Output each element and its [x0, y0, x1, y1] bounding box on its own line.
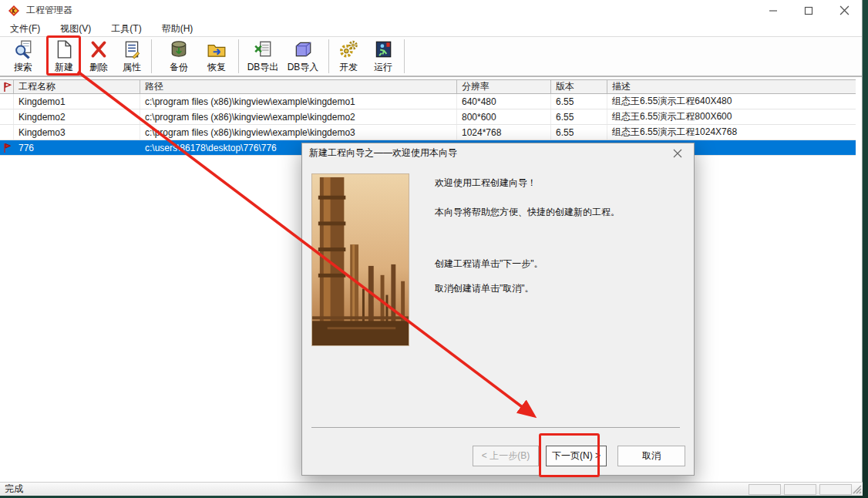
db-export-icon: [253, 39, 273, 59]
menu-help[interactable]: 帮助(H): [152, 21, 204, 37]
flag-cell: [0, 125, 14, 140]
minimize-button[interactable]: [755, 0, 791, 21]
delete-button[interactable]: 删除: [82, 39, 116, 75]
cancel-button[interactable]: 取消: [617, 446, 685, 466]
run-icon: [373, 39, 393, 59]
cell-version: 6.55: [551, 94, 607, 109]
column-header-description[interactable]: 描述: [607, 80, 856, 93]
menu-file[interactable]: 文件(F): [0, 21, 50, 37]
cell-description: 组态王6.55演示工程640X480: [607, 94, 856, 109]
wizard-next-hint-text: 创建工程请单击"下一步"。: [435, 257, 543, 271]
toolbar-label: DB导入: [288, 61, 319, 74]
cell-project-path: c:\program files (x86)\kingview\example\…: [140, 125, 457, 140]
new-document-icon: [54, 39, 74, 59]
dialog-title-bar: 新建工程向导之——欢迎使用本向导: [302, 143, 694, 163]
cell-project-name: Kingdemo2: [14, 109, 140, 124]
menu-view[interactable]: 视图(V): [50, 21, 101, 37]
delete-icon: [89, 39, 109, 59]
maximize-button[interactable]: [791, 0, 826, 21]
db-import-button[interactable]: DB导入: [284, 39, 322, 75]
develop-button[interactable]: 开发: [331, 39, 365, 75]
toolbar-label: 新建: [55, 61, 73, 74]
toolbar-label: 恢复: [207, 61, 226, 74]
window-controls: [755, 0, 862, 21]
status-text: 完成: [5, 483, 23, 496]
table-row-kingdemo1[interactable]: Kingdemo1 c:\program files (x86)\kingvie…: [0, 94, 856, 109]
flag-icon: [2, 82, 12, 93]
back-button: < 上一步(B): [473, 446, 539, 466]
cell-version: 6.55: [551, 109, 607, 124]
flag-column-header[interactable]: [0, 80, 14, 93]
search-button[interactable]: 搜索: [6, 39, 40, 75]
toolbar: 搜索 新建 删除: [0, 37, 862, 77]
kingview-app-icon: [8, 5, 20, 17]
properties-icon: [122, 39, 142, 59]
refinery-photo: [311, 173, 409, 346]
toolbar-label: 属性: [123, 61, 141, 74]
table-row-kingdemo2[interactable]: Kingdemo2 c:\program files (x86)\kingvie…: [0, 109, 856, 125]
window-title: 工程管理器: [26, 4, 72, 17]
restore-icon: [207, 39, 227, 59]
status-panel: [749, 484, 781, 495]
cell-resolution: 800*600: [457, 109, 551, 124]
flag-icon: [2, 143, 12, 153]
cell-version: 6.55: [551, 125, 607, 140]
run-button[interactable]: 运行: [366, 39, 400, 75]
close-button[interactable]: [826, 0, 862, 21]
next-button[interactable]: 下一页(N) >: [546, 446, 607, 466]
title-bar: 工程管理器: [0, 0, 862, 21]
menu-bar: 文件(F) 视图(V) 工具(T) 帮助(H): [0, 21, 862, 37]
cell-description: 组态王6.55演示工程800X600: [607, 109, 856, 124]
db-import-icon: [293, 39, 313, 59]
column-header-version[interactable]: 版本: [551, 80, 607, 93]
column-header-name[interactable]: 工程名称: [14, 80, 140, 93]
cell-project-path: c:\program files (x86)\kingview\example\…: [140, 109, 457, 124]
column-header-resolution[interactable]: 分辨率: [457, 80, 551, 93]
restore-button[interactable]: 恢复: [200, 39, 234, 75]
toolbar-label: 备份: [170, 61, 188, 74]
cell-resolution: 640*480: [457, 94, 551, 109]
toolbar-separator: [238, 39, 239, 73]
table-row-kingdemo3[interactable]: Kingdemo3 c:\program files (x86)\kingvie…: [0, 125, 856, 140]
backup-button[interactable]: 备份: [162, 39, 196, 75]
toolbar-label: 运行: [374, 61, 392, 74]
backup-icon: [169, 39, 189, 59]
toolbar-label: 开发: [339, 61, 358, 74]
status-panel: [784, 484, 816, 495]
db-export-button[interactable]: DB导出: [244, 39, 282, 75]
toolbar-separator: [404, 39, 405, 73]
wizard-welcome-text: 欢迎使用工程创建向导！: [435, 177, 537, 190]
dialog-close-button[interactable]: [666, 145, 689, 161]
search-icon: [13, 39, 33, 59]
cell-project-name: Kingdemo1: [14, 94, 140, 109]
flag-cell: [0, 140, 14, 155]
cell-description: 组态王6.55演示工程1024X768: [607, 125, 856, 140]
develop-icon: [338, 39, 358, 59]
status-panels: [749, 484, 852, 495]
table-header-row: 工程名称 路径 分辨率 版本 描述: [0, 79, 856, 94]
toolbar-label: 删除: [89, 61, 108, 74]
cell-project-name: 776: [14, 140, 140, 155]
new-project-wizard-dialog: 新建工程向导之——欢迎使用本向导: [301, 143, 695, 476]
toolbar-label: 搜索: [14, 61, 32, 74]
properties-button[interactable]: 属性: [116, 39, 148, 75]
column-header-path[interactable]: 路径: [140, 80, 457, 93]
new-project-button[interactable]: 新建: [49, 39, 79, 75]
wizard-cancel-hint-text: 取消创建请单击"取消"。: [435, 282, 534, 295]
cell-project-path: c:\program files (x86)\kingview\example\…: [140, 94, 457, 109]
menu-tools[interactable]: 工具(T): [101, 21, 151, 37]
resize-grip-icon[interactable]: [853, 485, 862, 494]
toolbar-separator: [151, 39, 152, 73]
toolbar-separator: [328, 39, 329, 73]
flag-cell: [0, 109, 14, 124]
dialog-separator: [311, 427, 680, 428]
status-panel: [819, 484, 852, 495]
desktop: 工程管理器 文件(F) 视图(V) 工具(T) 帮助(H): [0, 0, 868, 498]
wizard-description-text: 本向导将帮助您方便、快捷的创建新的工程。: [435, 206, 620, 219]
toolbar-label: DB导出: [247, 61, 279, 74]
dialog-title: 新建工程向导之——欢迎使用本向导: [309, 146, 457, 160]
status-bar: 完成: [0, 482, 863, 496]
flag-cell: [0, 94, 14, 109]
cell-resolution: 1024*768: [457, 125, 551, 140]
cell-project-name: Kingdemo3: [14, 125, 140, 140]
